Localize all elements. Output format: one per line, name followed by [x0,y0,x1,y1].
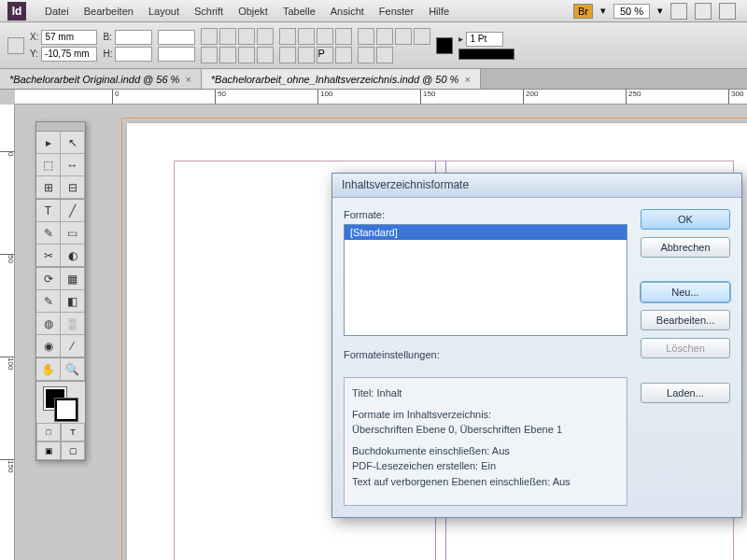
measure-tool[interactable]: ◉ [36,335,61,357]
control-bar: X: Y: B: H: P ▸ [0,22,747,69]
rectangle-frame-tool[interactable]: ▭ [61,222,85,245]
auto-fit-icon[interactable] [298,47,315,63]
bridge-badge[interactable]: Br [573,4,593,19]
fill-swatch[interactable] [436,37,453,54]
select-next-icon[interactable] [257,47,274,63]
new-button[interactable]: Neu... [641,282,730,302]
wrap-icon[interactable] [335,47,352,63]
page-tool[interactable]: ⬚ [36,154,61,176]
menu-bearbeiten[interactable]: Bearbeiten [77,6,141,17]
close-icon[interactable]: × [185,74,190,85]
fit-proportional-icon[interactable] [335,28,352,45]
apply-container-icon[interactable]: □ [36,423,61,441]
rotate-cw-icon[interactable] [201,28,218,45]
menu-objekt[interactable]: Objekt [231,6,275,17]
stroke-style[interactable] [458,49,514,60]
y-input[interactable] [41,47,97,62]
select-prev-icon[interactable] [238,47,255,63]
type-tool[interactable]: T [36,200,61,222]
hand-tool[interactable]: ✋ [36,358,61,381]
smooth-tool[interactable]: ⁄ [61,335,85,357]
panel-grip[interactable] [36,122,85,132]
fill-stroke-tool[interactable] [36,382,85,423]
workspace-icon[interactable] [719,3,736,20]
stroke-weight-input[interactable] [466,32,503,47]
close-icon[interactable]: × [464,74,470,85]
note-tool[interactable]: ✎ [36,290,61,313]
wrap-column-icon[interactable] [358,47,374,63]
menu-fenster[interactable]: Fenster [372,6,421,17]
select-content-icon[interactable] [219,47,236,63]
edit-button[interactable]: Bearbeiten... [641,310,730,330]
ruler-tick: 250 [626,90,641,105]
direct-selection-tool[interactable]: ↖ [61,132,85,154]
gradient-feather-tool[interactable]: ◍ [36,313,61,335]
color-theme-tool[interactable]: ◧ [61,290,85,313]
menu-datei[interactable]: Datei [37,6,77,17]
x-input[interactable] [41,30,97,45]
formats-listbox[interactable]: [Standard] [344,224,627,336]
preview-view-icon[interactable]: ▢ [61,441,85,460]
setting-line: Buchdokumente einschließen: Aus [352,445,510,456]
apply-text-icon[interactable]: T [61,423,85,441]
tab-bachelorarbeit-ohne-inhalt[interactable]: *Bachelorarbeit_ohne_Inhaltsverzeichnis.… [202,69,481,89]
ruler-tick: 100 [317,90,332,105]
fit-frame-icon[interactable] [298,28,315,45]
setting-line: PDF-Lesezeichen erstellen: Ein [352,460,496,471]
stroke-color[interactable] [55,399,78,421]
scale-x-input[interactable] [158,30,195,45]
reference-point-icon[interactable] [7,37,24,54]
wrap-object-icon[interactable] [414,28,430,45]
tab-bachelorarbeit-original[interactable]: *Bachelorarbeit Original.indd @ 56 %× [0,69,202,89]
wrap-shape-icon[interactable] [395,28,412,45]
flip-v-icon[interactable] [257,28,274,45]
line-tool[interactable]: ╱ [61,200,85,222]
settings-label: Formateinstellungen: [344,349,627,360]
gap-tool[interactable]: ↔ [61,154,85,176]
cancel-button[interactable]: Abbrechen [641,237,730,258]
height-input[interactable] [115,47,152,62]
menu-hilfe[interactable]: Hilfe [421,6,457,17]
gradient-swatch-tool[interactable]: ▦ [61,268,85,290]
chevron-down-icon[interactable]: ▾ [657,5,663,17]
menu-ansicht[interactable]: Ansicht [323,6,372,17]
delete-button[interactable]: Löschen [641,338,730,358]
select-container-icon[interactable] [201,47,218,63]
zoom-level[interactable]: 50 % [613,4,650,19]
ruler-tick: 50 [0,254,15,263]
flip-h-icon[interactable] [238,28,255,45]
eyedropper-tool[interactable]: ░ [61,313,85,335]
content-collector-tool[interactable]: ⊞ [36,176,61,199]
vertical-ruler[interactable]: 0 50 100 150 200 [0,105,15,560]
zoom-tool[interactable]: 🔍 [61,358,85,381]
load-button[interactable]: Laden... [641,383,730,403]
fit-content-icon[interactable] [279,28,296,45]
screen-mode-icon[interactable] [670,3,687,20]
free-transform-tool[interactable]: ⟳ [36,268,61,290]
wrap-bounding-icon[interactable] [376,28,393,45]
menu-schrift[interactable]: Schrift [187,6,231,17]
effects-icon[interactable]: P [317,47,333,63]
normal-view-icon[interactable]: ▣ [36,441,61,460]
horizontal-ruler[interactable]: 0 50 100 150 200 250 300 [15,90,747,105]
menubar: Id Datei Bearbeiten Layout Schrift Objek… [0,0,747,22]
scissors-tool[interactable]: ✂ [36,245,61,267]
center-content-icon[interactable] [317,28,333,45]
content-placer-tool[interactable]: ⊟ [61,176,85,199]
menu-tabelle[interactable]: Tabelle [275,6,323,17]
ok-button[interactable]: OK [641,209,730,230]
chevron-down-icon[interactable]: ▾ [600,5,606,17]
ellipse-tool[interactable]: ◐ [61,245,85,267]
scale-y-input[interactable] [158,47,195,62]
setting-line: Text auf verborgenen Ebenen einschließen… [352,476,571,487]
list-item[interactable]: [Standard] [345,225,627,240]
pen-tool[interactable]: ✎ [36,222,61,245]
width-input[interactable] [115,30,152,45]
menu-layout[interactable]: Layout [141,6,187,17]
corner-icon[interactable] [376,47,393,63]
fill-proportional-icon[interactable] [279,47,296,63]
selection-tool[interactable]: ▸ [36,132,61,154]
arrange-icon[interactable] [695,3,712,20]
rotate-ccw-icon[interactable] [219,28,236,45]
wrap-none-icon[interactable] [358,28,374,45]
